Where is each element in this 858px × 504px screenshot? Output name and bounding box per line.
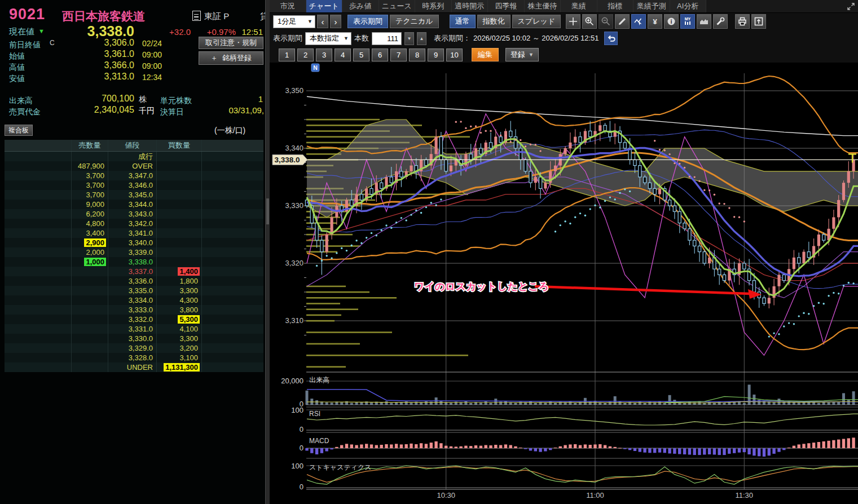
order-book-row[interactable]: 3,4003,341.0 xyxy=(5,228,263,238)
preset-button-6[interactable]: 6 xyxy=(372,48,388,61)
reset-period-button[interactable] xyxy=(604,32,618,45)
preset-button-5[interactable]: 5 xyxy=(353,48,369,61)
zoom-out-icon[interactable] xyxy=(599,14,613,29)
order-book-row[interactable]: 3,336.01,800 xyxy=(5,276,263,286)
order-book-row[interactable]: 1,0003,338.0 xyxy=(5,257,263,267)
count-down-button[interactable]: ▼ xyxy=(404,32,414,45)
pencil-icon[interactable] xyxy=(615,14,630,29)
preset-button-3[interactable]: 3 xyxy=(316,48,332,61)
tab-時系列[interactable]: 時系列 xyxy=(415,0,452,12)
tab-業績[interactable]: 業績 xyxy=(561,0,597,12)
chart-canvas[interactable]: 10:3011:0011:303,3503,3403,3303,3203,310… xyxy=(270,62,858,504)
open-label: 始値 xyxy=(9,51,25,61)
chevron-down-icon: ▼ xyxy=(344,36,349,41)
expand-icon[interactable] xyxy=(847,0,858,12)
sell-qty: 3,700 xyxy=(72,190,108,200)
interval-select[interactable]: 1分足▼ xyxy=(273,15,315,28)
order-book-row[interactable]: 3,333.03,800 xyxy=(5,305,263,315)
price-level: 3,339.0 xyxy=(108,247,157,257)
register-button[interactable]: 登録▼ xyxy=(505,48,539,61)
yen-icon[interactable]: ¥ xyxy=(648,14,662,29)
tab-歩み値[interactable]: 歩み値 xyxy=(342,0,379,12)
bar-count-input[interactable]: 111 xyxy=(372,32,402,45)
order-book-row[interactable]: 3,337.01,400 xyxy=(5,267,263,276)
order-book-row[interactable]: 6,2003,343.0 xyxy=(5,209,263,219)
order-book-row[interactable]: 3,7003,347.0 xyxy=(5,171,263,180)
price-level: 3,338.0 xyxy=(108,257,157,267)
order-book-row[interactable]: 3,334.04,300 xyxy=(5,295,263,305)
order-book-row[interactable]: 3,328.03,100 xyxy=(5,353,263,362)
preset-button-1[interactable]: 1 xyxy=(279,48,295,61)
document-icon[interactable] xyxy=(192,11,201,21)
order-book-row[interactable]: 3,7003,346.0 xyxy=(5,180,263,190)
register-stock-button[interactable]: ＋銘柄登録 xyxy=(199,51,263,65)
pane-label: 20,000 xyxy=(281,377,303,385)
price-level: 3,347.0 xyxy=(108,171,157,180)
tab-ニュース[interactable]: ニュース xyxy=(379,0,416,12)
chart-cursor-icon[interactable] xyxy=(631,14,646,29)
order-book-row[interactable]: 3,329.03,200 xyxy=(5,343,263,353)
buy-qty: 4,300 xyxy=(157,295,202,305)
price-level: 成行 xyxy=(108,152,157,161)
preset-button-9[interactable]: 9 xyxy=(428,48,444,61)
order-book-row[interactable]: 9,0003,344.0 xyxy=(5,200,263,209)
order-book-row[interactable]: 成行 xyxy=(5,152,263,161)
order-book-row[interactable]: 487,900OVER xyxy=(5,161,263,171)
order-book-row[interactable]: 3,332.05,300 xyxy=(5,315,263,324)
edit-button[interactable]: 編集 xyxy=(472,48,499,61)
toolbar-button-スプレッド[interactable]: スプレッド xyxy=(512,15,561,28)
toolbar-button-指数化[interactable]: 指数化 xyxy=(477,15,511,28)
order-book-row[interactable]: 4,8003,342.0 xyxy=(5,219,263,228)
order-book-row[interactable]: 3,335.03,300 xyxy=(5,286,263,295)
preset-button-8[interactable]: 8 xyxy=(409,48,425,61)
preset-button-7[interactable]: 7 xyxy=(390,48,407,61)
toolbar-button-テクニカル[interactable]: テクニカル xyxy=(390,15,439,28)
preset-button-4[interactable]: 4 xyxy=(335,48,351,61)
buy-qty xyxy=(157,200,202,209)
tab-AI分析[interactable]: AI分析 xyxy=(670,0,707,12)
prev-button[interactable]: ‹ xyxy=(317,15,328,28)
svg-text:i: i xyxy=(671,18,672,25)
sell-qty xyxy=(72,267,108,276)
my-chart-icon[interactable]: MY xyxy=(680,14,695,29)
tab-チャート[interactable]: チャート xyxy=(306,0,343,12)
order-book-row[interactable]: 3,330.03,300 xyxy=(5,334,263,343)
last-price-marker xyxy=(848,154,856,162)
preset-button-2[interactable]: 2 xyxy=(297,48,314,61)
sell-qty: 3,400 xyxy=(72,228,108,238)
unit-shares-value: 1 xyxy=(255,94,263,104)
prev-close-date: 02/24 xyxy=(142,39,162,48)
order-book-row[interactable]: UNDER1,131,300 xyxy=(5,362,263,372)
order-book-row[interactable]: 3,331.04,100 xyxy=(5,324,263,334)
divider-thumb[interactable] xyxy=(266,198,269,224)
tab-四季報[interactable]: 四季報 xyxy=(488,0,525,12)
wrench-icon[interactable] xyxy=(713,14,728,29)
area-chart-icon[interactable] xyxy=(697,14,711,29)
trade-caution-button[interactable]: 取引注意・規制 xyxy=(199,37,263,49)
printer-icon[interactable] xyxy=(735,14,750,29)
export-icon[interactable] xyxy=(751,14,766,29)
crosshair-icon[interactable] xyxy=(566,14,580,29)
tab-業績予測[interactable]: 業績予測 xyxy=(633,0,670,12)
order-book-row[interactable]: 3,7003,345.0 xyxy=(5,190,263,200)
order-book-row[interactable]: 2,0003,339.0 xyxy=(5,247,263,257)
tab-市況[interactable]: 市況 xyxy=(270,0,306,12)
toolbar-button-通常[interactable]: 通常 xyxy=(450,15,476,28)
news-badge[interactable]: N xyxy=(311,64,319,72)
toolbar-button-表示期間[interactable]: 表示期間 xyxy=(347,15,388,28)
count-up-button[interactable]: ▲ xyxy=(417,32,426,45)
count-mode-select[interactable]: 本数指定▼ xyxy=(305,32,351,45)
tab-適時開示[interactable]: 適時開示 xyxy=(452,0,489,12)
composite-board-button[interactable]: 複合板 xyxy=(5,125,33,136)
tab-指標[interactable]: 指標 xyxy=(597,0,634,12)
ticker-code: 9021 xyxy=(9,6,45,23)
price-level: 3,341.0 xyxy=(108,228,157,238)
current-price: 3,338.0 xyxy=(61,23,134,39)
order-book-row[interactable]: 2,9003,340.0 xyxy=(5,238,263,247)
zoom-in-icon[interactable] xyxy=(582,14,597,29)
info-icon[interactable]: i xyxy=(664,14,679,29)
preset-button-10[interactable]: 10 xyxy=(446,48,463,61)
next-button[interactable]: › xyxy=(330,15,341,28)
tab-株主優待[interactable]: 株主優待 xyxy=(525,0,561,12)
low-label: 安値 xyxy=(9,74,25,84)
